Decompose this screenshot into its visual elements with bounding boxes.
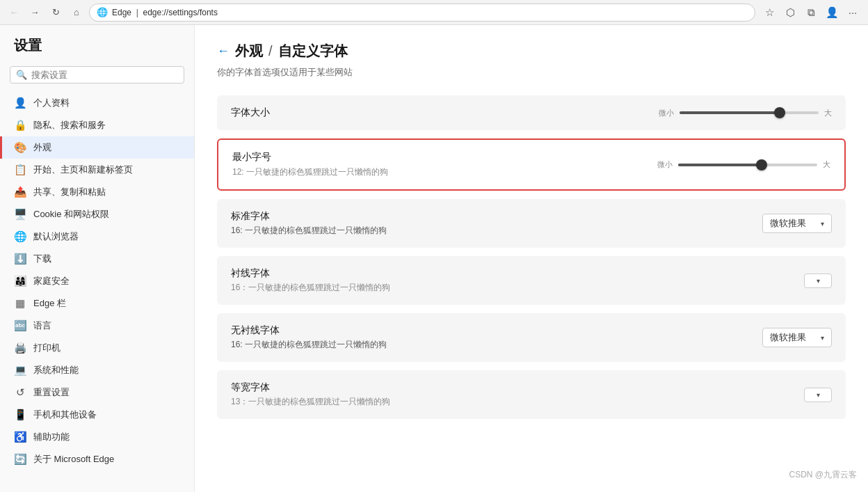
home-button[interactable]: ⌂ [68, 4, 85, 21]
nav-icon-reset: ↺ [14, 386, 26, 399]
split-button[interactable]: ⧉ [801, 3, 821, 22]
sidebar-item-accessibility[interactable]: ♿辅助功能 [0, 426, 194, 448]
min-font-size-desc: 12: 一只敏捷的棕色狐狸跳过一只懒惰的狗 [232, 166, 388, 178]
toolbar-right: ☆ ⬡ ⧉ 👤 ··· [760, 3, 862, 22]
standard-font-value: 微软推果 [770, 217, 806, 230]
nav-icon-start: 📋 [14, 164, 26, 176]
nav-label-family: 家庭安全 [33, 275, 70, 287]
mono-font-select[interactable]: ▾ [804, 388, 832, 402]
min-font-size-track[interactable] [678, 164, 817, 166]
standard-font-select[interactable]: 微软推果 ▾ [762, 214, 832, 233]
sidebar-item-browser[interactable]: 🌐默认浏览器 [0, 225, 194, 248]
sidebar-item-appearance[interactable]: 🎨外观 [0, 136, 194, 159]
back-button[interactable]: ← [6, 4, 22, 21]
font-size-card: 字体大小 微小 大 [217, 95, 846, 130]
sidebar-item-download[interactable]: ⬇️下载 [0, 248, 194, 270]
standard-font-card: 标准字体 16: 一只敏捷的棕色狐狸跳过一只懒惰的狗 微软推果 ▾ [217, 199, 846, 248]
more-button[interactable]: ··· [843, 3, 862, 22]
sidebar-title: 设置 [0, 36, 194, 66]
nav-label-start: 开始、主页和新建标签页 [33, 164, 133, 176]
min-font-size-thumb[interactable] [756, 159, 767, 170]
back-link[interactable]: ← [217, 44, 230, 58]
nav-label-appearance: 外观 [33, 141, 51, 154]
nav-icon-language: 🔤 [14, 319, 26, 332]
nav-label-browser: 默认浏览器 [33, 230, 79, 243]
font-size-thumb[interactable] [774, 107, 785, 118]
main-layout: 设置 🔍 👤个人资料🔒隐私、搜索和服务🎨外观📋开始、主页和新建标签页📤共享、复制… [0, 25, 868, 492]
nav-icon-accessibility: ♿ [14, 431, 26, 443]
nav-icon-privacy: 🔒 [14, 119, 26, 132]
nav-label-about: 关于 Microsoft Edge [33, 453, 114, 466]
standard-font-chevron: ▾ [821, 220, 824, 228]
collections-button[interactable]: ⬡ [780, 3, 800, 22]
breadcrumb-separator: / [268, 43, 273, 59]
nav-icon-download: ⬇️ [14, 253, 26, 265]
nav-label-privacy: 隐私、搜索和服务 [33, 119, 106, 132]
font-size-max-label: 大 [824, 108, 832, 118]
font-size-min-label: 微小 [659, 108, 674, 118]
sidebar-item-about[interactable]: 🔄关于 Microsoft Edge [0, 448, 194, 470]
serif-font-label: 衬线字体 [231, 267, 804, 280]
search-icon: 🔍 [16, 70, 27, 80]
nav-label-cookie: Cookie 和网站权限 [33, 208, 109, 221]
forward-button[interactable]: → [26, 4, 43, 21]
serif-font-card: 衬线字体 16：一只敏捷的棕色狐狸跳过一只懒惰的狗 ▾ [217, 256, 846, 305]
sidebar-item-mobile[interactable]: 📱手机和其他设备 [0, 404, 194, 426]
font-size-fill [680, 111, 780, 114]
sidebar-item-edge-bar[interactable]: ▦Edge 栏 [0, 292, 194, 315]
page-subtitle: 你的字体首选项仅适用于某些网站 [217, 66, 846, 79]
nav-icon-browser: 🌐 [14, 230, 26, 243]
standard-font-row: 标准字体 16: 一只敏捷的棕色狐狸跳过一只懒惰的狗 微软推果 ▾ [231, 210, 832, 237]
nav-icon-family: 👨‍👩‍👧 [14, 275, 26, 287]
nav-icon-appearance: 🎨 [14, 141, 26, 154]
sidebar-item-start[interactable]: 📋开始、主页和新建标签页 [0, 159, 194, 181]
profile-button[interactable]: 👤 [822, 3, 842, 22]
mono-font-label: 等宽字体 [231, 381, 804, 394]
min-font-size-row: 最小字号 12: 一只敏捷的棕色狐狸跳过一只懒惰的狗 微小 大 [232, 151, 830, 178]
breadcrumb: ← 外观 / 自定义字体 [217, 42, 846, 61]
min-font-size-max-label: 大 [823, 159, 830, 170]
sidebar-item-family[interactable]: 👨‍👩‍👧家庭安全 [0, 270, 194, 292]
refresh-button[interactable]: ↻ [47, 4, 64, 21]
nav-label-download: 下载 [33, 253, 51, 265]
serif-font-chevron: ▾ [817, 277, 820, 285]
sans-font-value: 微软推果 [770, 331, 806, 344]
serif-font-row: 衬线字体 16：一只敏捷的棕色狐狸跳过一只懒惰的狗 ▾ [231, 267, 832, 294]
sans-font-chevron: ▾ [821, 334, 824, 342]
search-box[interactable]: 🔍 [10, 66, 184, 84]
mono-font-card: 等宽字体 13：一只敏捷的棕色狐狸跳过一只懒惰的狗 ▾ [217, 370, 846, 419]
sidebar-item-printer[interactable]: 🖨️打印机 [0, 337, 194, 359]
mono-font-chevron: ▾ [817, 391, 820, 399]
site-favicon: 🌐 [97, 7, 108, 17]
nav-label-reset: 重置设置 [33, 386, 70, 399]
nav-icon-printer: 🖨️ [14, 342, 26, 354]
sidebar-item-cookie[interactable]: 🖥️Cookie 和网站权限 [0, 203, 194, 225]
sidebar-item-reset[interactable]: ↺重置设置 [0, 381, 194, 404]
font-size-label: 字体大小 [231, 106, 287, 119]
nav-label-profile: 个人资料 [33, 97, 70, 109]
mono-font-preview: 13：一只敏捷的棕色狐狸跳过一只懒惰的狗 [231, 396, 804, 408]
sidebar-item-system[interactable]: 💻系统和性能 [0, 359, 194, 381]
address-url: Edge | edge://settings/fonts [112, 8, 218, 17]
sidebar-item-profile[interactable]: 👤个人资料 [0, 92, 194, 114]
min-font-size-card: 最小字号 12: 一只敏捷的棕色狐狸跳过一只懒惰的狗 微小 大 [217, 138, 846, 191]
nav-icon-about: 🔄 [14, 453, 26, 466]
sidebar-item-privacy[interactable]: 🔒隐私、搜索和服务 [0, 114, 194, 136]
nav-icon-edge-bar: ▦ [14, 297, 26, 310]
font-size-track[interactable] [680, 111, 819, 114]
sidebar: 设置 🔍 👤个人资料🔒隐私、搜索和服务🎨外观📋开始、主页和新建标签页📤共享、复制… [0, 25, 195, 492]
search-input[interactable] [31, 70, 178, 80]
nav-label-edge-bar: Edge 栏 [33, 297, 66, 310]
content-area: ← 外观 / 自定义字体 你的字体首选项仅适用于某些网站 字体大小 微小 大 [195, 25, 868, 492]
nav-label-share: 共享、复制和粘贴 [33, 186, 106, 198]
min-font-size-info: 最小字号 12: 一只敏捷的棕色狐狸跳过一只懒惰的狗 [232, 151, 388, 178]
sans-font-select[interactable]: 微软推果 ▾ [762, 328, 832, 347]
standard-font-info: 标准字体 16: 一只敏捷的棕色狐狸跳过一只懒惰的狗 [231, 210, 762, 237]
sidebar-item-language[interactable]: 🔤语言 [0, 315, 194, 337]
sidebar-item-share[interactable]: 📤共享、复制和粘贴 [0, 181, 194, 203]
favorites-button[interactable]: ☆ [760, 3, 779, 22]
mono-font-info: 等宽字体 13：一只敏捷的棕色狐狸跳过一只懒惰的狗 [231, 381, 804, 408]
serif-font-select[interactable]: ▾ [804, 273, 832, 288]
min-font-size-min-label: 微小 [657, 159, 673, 170]
address-bar[interactable]: 🌐 Edge | edge://settings/fonts [89, 3, 755, 22]
